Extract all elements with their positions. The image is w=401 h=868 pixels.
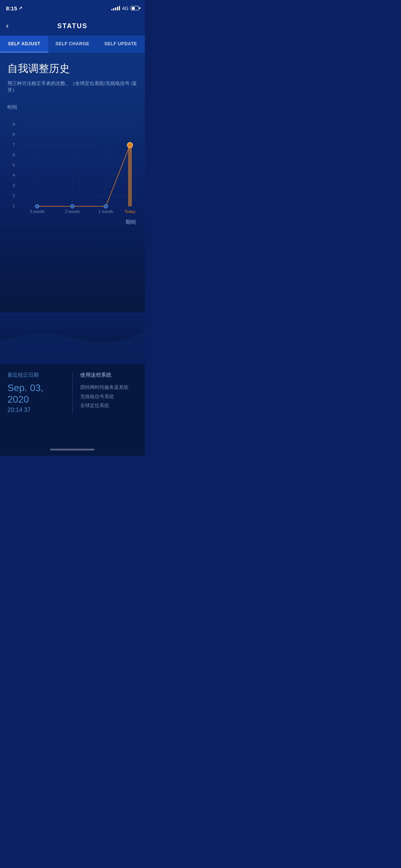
status-right: 4G	[111, 6, 139, 11]
svg-text:9: 9	[13, 122, 15, 127]
tab-self-update[interactable]: SELF UPDATE	[97, 36, 145, 53]
svg-text:2: 2	[13, 193, 15, 198]
home-bar	[50, 449, 95, 451]
svg-text:1: 1	[13, 204, 15, 208]
calibration-date: Sep. 03, 2020	[7, 382, 65, 405]
tab-bar: SELF ADJUST SELF CHARGE SELF UPDATE	[0, 36, 145, 53]
wave-svg	[0, 312, 145, 364]
bottom-section: 最近校正日期 Sep. 03, 2020 20:14 37 使用这些系统 因特网…	[0, 364, 145, 443]
wave-section	[0, 312, 145, 364]
time-text: 8:15	[6, 5, 17, 12]
svg-point-26	[127, 143, 133, 148]
header: ‹ STATUS	[0, 16, 145, 36]
calibration-label: 最近校正日期	[7, 372, 65, 379]
svg-text:3 month: 3 month	[30, 209, 45, 214]
calibration-time: 20:14 37	[7, 407, 65, 413]
svg-text:7: 7	[13, 143, 15, 147]
status-time: 8:15 ↗	[6, 5, 22, 12]
svg-rect-22	[128, 145, 132, 206]
svg-text:Today: Today	[124, 209, 136, 214]
battery-fill	[132, 7, 135, 10]
system-item-2: 无线电信号系统	[80, 392, 138, 402]
tab-self-adjust[interactable]: SELF ADJUST	[0, 36, 48, 53]
svg-text:2 month: 2 month	[65, 209, 80, 214]
main-content: 自我调整历史 用三种方法校正手表的次数。（全球定位系统/无线电信号 /蓝牙） 时…	[0, 53, 145, 312]
bottom-info: 最近校正日期 Sep. 03, 2020 20:14 37 使用这些系统 因特网…	[0, 364, 145, 421]
network-type: 4G	[122, 6, 128, 11]
systems-label: 使用这些系统	[80, 372, 138, 379]
chart-svg: 9 8 7 6 5 4 3 2 1	[7, 114, 137, 217]
status-bar: 8:15 ↗ 4G	[0, 0, 145, 16]
svg-text:1 month: 1 month	[98, 209, 113, 214]
svg-text:6: 6	[13, 153, 15, 157]
home-indicator	[0, 443, 145, 456]
battery-icon	[131, 6, 139, 10]
systems-info: 使用这些系统 因特网时间服务器系统 无线电信号系统 全球定位系统	[73, 372, 138, 413]
period-label: 期间	[7, 219, 137, 226]
svg-point-25	[104, 204, 108, 208]
system-item-3: 全球定位系统	[80, 401, 138, 410]
signal-bars	[111, 6, 120, 10]
page-title: STATUS	[57, 22, 87, 30]
system-item-1: 因特网时间服务器系统	[80, 383, 138, 392]
chart-container: 9 8 7 6 5 4 3 2 1	[7, 114, 137, 217]
svg-text:8: 8	[13, 132, 15, 137]
svg-point-23	[35, 204, 39, 208]
y-axis-label: 时间	[7, 104, 137, 111]
svg-text:3: 3	[13, 183, 15, 188]
svg-text:5: 5	[13, 163, 15, 167]
section-subtitle: 用三种方法校正手表的次数。（全球定位系统/无线电信号 /蓝牙）	[7, 80, 137, 94]
location-icon: ↗	[19, 6, 22, 11]
svg-point-24	[71, 204, 74, 208]
tab-self-charge[interactable]: SELF CHARGE	[48, 36, 97, 53]
back-button[interactable]: ‹	[6, 21, 9, 31]
svg-text:4: 4	[13, 173, 15, 177]
calibration-info: 最近校正日期 Sep. 03, 2020 20:14 37	[7, 372, 73, 413]
system-list: 因特网时间服务器系统 无线电信号系统 全球定位系统	[80, 383, 138, 410]
section-title: 自我调整历史	[7, 62, 137, 76]
